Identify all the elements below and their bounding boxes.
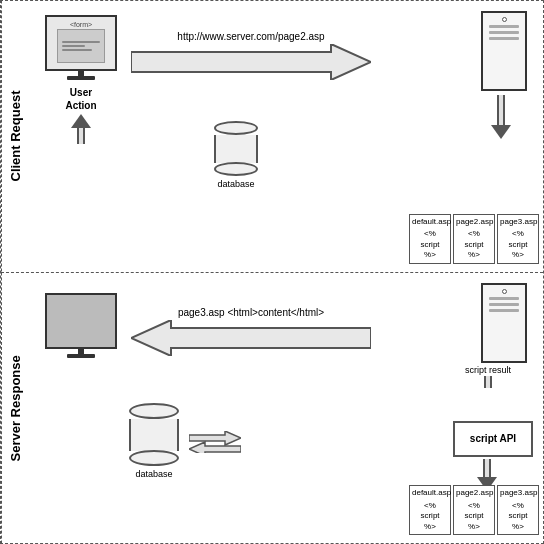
form-content [57, 29, 105, 63]
server-slot-b2 [489, 303, 519, 306]
server-slot-b1 [489, 297, 519, 300]
up-arrow-head [71, 114, 91, 128]
api-down-body [483, 459, 491, 477]
file-box-page2: page2.asp <%script%> [453, 214, 495, 264]
file-box-page3: page3.asp <%script%> [497, 214, 539, 264]
form-line-3 [62, 49, 92, 51]
down-head [491, 125, 511, 139]
server-response-content: page3.asp <html>content</html> script re… [29, 273, 543, 544]
svg-marker-1 [131, 320, 371, 356]
svg-marker-0 [131, 44, 371, 80]
form-line-1 [62, 41, 100, 43]
diagram-container: Client Request <form> UserAction [0, 0, 544, 544]
file-box-b-page3: page3.asp <%script%> [497, 485, 539, 535]
file-default-name: default.asp [412, 217, 448, 227]
monitor-screen: <form> [45, 15, 117, 71]
file-box-b-default: default.asp <%script%> [409, 485, 451, 535]
file-boxes-top: default.asp <%script%> page2.asp <%scrip… [409, 214, 539, 264]
svg-marker-2 [189, 431, 241, 445]
script-result-area: script result [465, 365, 511, 389]
response-text-label: page3.asp <html>content</html> [131, 307, 371, 318]
script-api-label: script API [470, 433, 516, 444]
db-bottom-btm [129, 450, 179, 466]
server-response-label: Server Response [1, 273, 29, 544]
client-request-content: <form> UserAction [29, 1, 543, 272]
result-arrow-body [484, 376, 492, 388]
file-page2-name: page2.asp [456, 217, 492, 227]
file-page2-code: <%script%> [456, 229, 492, 260]
user-action-label: UserAction [65, 86, 96, 112]
db-body [214, 135, 258, 163]
file-b-page2-name: page2.asp [456, 488, 492, 498]
server-dot-b1 [502, 289, 507, 294]
database-top: database [214, 121, 258, 189]
url-label: http://www.server.com/page2.asp [131, 31, 371, 42]
file-boxes-bottom: default.asp <%script%> page2.asp <%scrip… [409, 485, 539, 535]
db-api-arrows [189, 431, 241, 455]
file-page3-name: page3.asp [500, 217, 536, 227]
server-tower-bottom [481, 283, 527, 363]
db-bottom-top [129, 403, 179, 419]
svg-marker-3 [189, 442, 241, 453]
form-line-2 [62, 45, 85, 47]
file-b-default-code: <%script%> [412, 501, 448, 532]
right-arrow-container: http://www.server.com/page2.asp [131, 31, 371, 82]
response-monitor [45, 293, 117, 358]
db-bottom-body [129, 419, 179, 451]
script-api-box: script API [453, 421, 533, 457]
file-b-page3-code: <%script%> [500, 501, 536, 532]
db-top-ellipse [214, 121, 258, 135]
monitor-base [67, 76, 95, 80]
left-arrow-svg [131, 320, 371, 356]
script-result-label: script result [465, 365, 511, 377]
database-bottom: database [129, 403, 179, 479]
database-label-top: database [217, 179, 254, 189]
client-request-section: Client Request <form> UserAction [1, 1, 543, 273]
response-screen [45, 293, 117, 349]
up-arrow [71, 114, 91, 144]
server-dot-1 [502, 17, 507, 22]
db-bottom-ellipse [214, 162, 258, 176]
down-body [497, 95, 505, 125]
server-slot-1 [489, 25, 519, 28]
server-slot-b3 [489, 309, 519, 312]
left-arrow-container: page3.asp <html>content</html> [131, 307, 371, 358]
server-tower-top [481, 11, 527, 91]
file-box-default: default.asp <%script%> [409, 214, 451, 264]
file-default-code: <%script%> [412, 229, 448, 260]
up-arrow-body [77, 128, 85, 144]
response-neck [78, 349, 84, 354]
client-request-label: Client Request [1, 1, 29, 272]
database-bottom-label: database [135, 469, 172, 479]
file-page3-code: <%script%> [500, 229, 536, 260]
down-arrow-top [491, 95, 511, 139]
file-b-default-name: default.asp [412, 488, 448, 498]
form-tag: <form> [70, 21, 92, 28]
client-monitor: <form> UserAction [45, 15, 117, 144]
response-base [67, 354, 95, 358]
file-box-b-page2: page2.asp <%script%> [453, 485, 495, 535]
file-b-page2-code: <%script%> [456, 501, 492, 532]
server-response-section: Server Response page3.asp <html>content<… [1, 273, 543, 544]
server-slot-3 [489, 37, 519, 40]
file-b-page3-name: page3.asp [500, 488, 536, 498]
db-api-svg [189, 431, 241, 453]
server-slot-2 [489, 31, 519, 34]
right-arrow-svg [131, 44, 371, 80]
